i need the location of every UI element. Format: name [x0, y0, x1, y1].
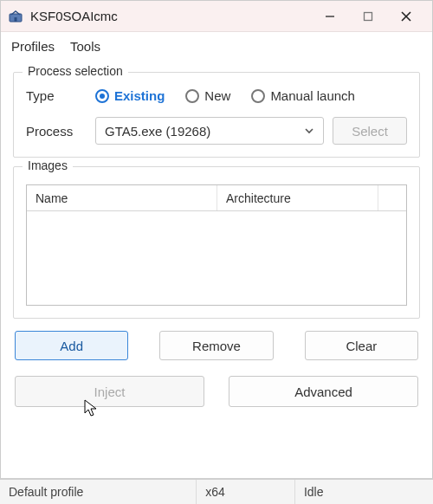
images-group: Images Name Architecture	[13, 166, 420, 319]
svg-rect-1	[15, 17, 17, 22]
column-name[interactable]: Name	[27, 185, 217, 210]
process-selection-legend: Process selection	[23, 64, 128, 78]
radio-new-label: New	[204, 88, 230, 103]
status-profile: Default profile	[0, 480, 197, 504]
menubar: Profiles Tools	[1, 32, 432, 60]
type-radios: Existing New Manual launch	[95, 88, 355, 103]
type-label: Type	[26, 88, 87, 103]
images-list-body[interactable]	[27, 211, 406, 305]
remove-button[interactable]: Remove	[159, 331, 273, 360]
chevron-down-icon	[304, 124, 314, 139]
select-button[interactable]: Select	[333, 117, 407, 145]
status-state: Idle	[295, 480, 433, 504]
maximize-button[interactable]	[349, 3, 387, 29]
images-listview[interactable]: Name Architecture	[26, 184, 407, 306]
titlebar: KSF0SOAIcmc	[1, 1, 432, 32]
app-icon	[8, 9, 23, 24]
radio-existing[interactable]: Existing	[95, 88, 165, 103]
action-row: Inject Advanced	[15, 376, 418, 407]
radio-dot-icon	[251, 89, 265, 103]
radio-existing-label: Existing	[114, 88, 165, 103]
images-buttons-row: Add Remove Clear	[15, 331, 418, 360]
main-content: Process selection Type Existing New Manu…	[1, 60, 432, 407]
images-legend: Images	[23, 158, 73, 172]
type-row: Type Existing New Manual launch	[26, 88, 407, 103]
radio-manual[interactable]: Manual launch	[251, 88, 355, 103]
menu-profiles[interactable]: Profiles	[11, 39, 55, 54]
radio-dot-icon	[95, 89, 109, 103]
process-label: Process	[26, 124, 87, 139]
advanced-button[interactable]: Advanced	[229, 376, 418, 407]
status-arch: x64	[197, 480, 295, 504]
column-architecture[interactable]: Architecture	[217, 185, 378, 210]
process-row: Process GTA5.exe (19268) Select	[26, 117, 407, 145]
close-button[interactable]	[387, 3, 425, 29]
process-selection-group: Process selection Type Existing New Manu…	[13, 72, 420, 158]
add-button[interactable]: Add	[15, 331, 128, 360]
column-spacer	[378, 185, 406, 210]
svg-rect-3	[365, 12, 372, 20]
menu-tools[interactable]: Tools	[70, 39, 100, 54]
radio-dot-icon	[185, 89, 199, 103]
window-title: KSF0SOAIcmc	[30, 9, 118, 23]
radio-manual-label: Manual launch	[270, 88, 355, 103]
radio-new[interactable]: New	[185, 88, 230, 103]
process-value: GTA5.exe (19268)	[105, 124, 210, 139]
clear-button[interactable]: Clear	[305, 331, 418, 360]
minimize-button[interactable]	[311, 3, 349, 29]
images-list-header: Name Architecture	[27, 185, 406, 211]
inject-button[interactable]: Inject	[15, 376, 204, 407]
process-combobox[interactable]: GTA5.exe (19268)	[95, 117, 324, 145]
status-bar: Default profile x64 Idle	[0, 478, 433, 504]
